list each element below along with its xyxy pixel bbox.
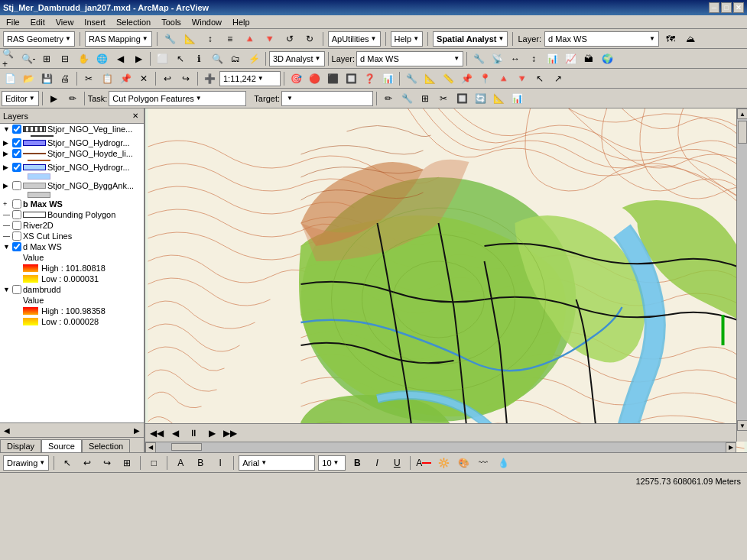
tool-button[interactable]: ⚡: [245, 50, 262, 67]
tool-button[interactable]: 🔄: [472, 90, 489, 107]
expand-icon[interactable]: ▶: [3, 139, 11, 147]
save-button[interactable]: 💾: [38, 70, 55, 87]
layer-checkbox[interactable]: [12, 231, 21, 241]
draw-group-button[interactable]: ⊞: [119, 455, 135, 471]
help-dropdown[interactable]: Help ▼: [391, 31, 424, 47]
tool-button[interactable]: 🔲: [453, 90, 470, 107]
ras-mapping-dropdown[interactable]: RAS Mapping ▼: [85, 31, 152, 47]
list-item[interactable]: ▶ Stjor_NGO_Hydrogr...: [0, 162, 144, 173]
layer-checkbox[interactable]: [12, 149, 21, 158]
expand-icon[interactable]: —: [3, 222, 11, 229]
tool-button[interactable]: ❓: [361, 70, 378, 87]
tool-button[interactable]: 🔲: [343, 70, 359, 87]
tool-button[interactable]: 🔍+: [2, 50, 18, 67]
list-item[interactable]: — River2D: [0, 220, 144, 231]
tool-button[interactable]: 🔧: [470, 50, 487, 67]
editor-tool-1[interactable]: ▶: [46, 90, 63, 107]
list-item[interactable]: + b Max WS: [0, 199, 144, 209]
minimize-button[interactable]: ─: [709, 2, 719, 13]
layer-dropdown-2[interactable]: d Max WS ▼: [356, 51, 463, 66]
paste-button[interactable]: 📌: [117, 70, 134, 87]
tool-button[interactable]: 📌: [458, 70, 475, 87]
menu-tools[interactable]: Tools: [157, 17, 186, 28]
layer-checkbox[interactable]: [12, 242, 21, 251]
tool-button[interactable]: 📍: [476, 70, 493, 87]
tool-button[interactable]: ⬜: [154, 50, 171, 67]
tool-button[interactable]: ✂: [435, 90, 452, 107]
highlight-button[interactable]: 🔆: [435, 455, 452, 471]
scroll-down-button[interactable]: ▼: [737, 420, 747, 431]
layer-checkbox[interactable]: [12, 125, 21, 134]
maximize-button[interactable]: □: [721, 2, 732, 13]
toc-close-button[interactable]: ✕: [130, 111, 141, 121]
scale-dropdown[interactable]: 1:11,242 ▼: [219, 71, 281, 86]
tab-source[interactable]: Source: [41, 439, 82, 452]
font-dropdown[interactable]: Arial ▼: [239, 455, 315, 471]
sketch-tool[interactable]: ✏: [380, 90, 397, 107]
tool-button[interactable]: ↕: [525, 50, 542, 67]
map-scrollbar-horizontal[interactable]: ◀ ▶: [145, 442, 736, 452]
tool-button[interactable]: 📊: [544, 50, 560, 67]
arrow-tool[interactable]: ↖: [59, 455, 76, 471]
list-item[interactable]: — XS Cut Lines: [0, 231, 144, 241]
expand-icon[interactable]: —: [3, 211, 11, 218]
menu-help[interactable]: Help: [228, 17, 255, 28]
tool-button[interactable]: 🔧: [162, 31, 179, 47]
list-item[interactable]: ▶ Stjor_NGO_Hoyde_li...: [0, 148, 144, 159]
new-button[interactable]: 📄: [2, 70, 18, 87]
map-nav-prev[interactable]: ◀: [167, 425, 184, 442]
tool-button[interactable]: ↗: [550, 70, 567, 87]
globe-button[interactable]: 🌐: [93, 50, 110, 67]
scroll-right-button[interactable]: ▶: [132, 425, 142, 435]
draw-tool-2[interactable]: ↪: [99, 455, 115, 471]
redo-button[interactable]: ↪: [177, 70, 194, 87]
back-button[interactable]: ◀: [112, 50, 128, 67]
scroll-right-button[interactable]: ▶: [726, 442, 736, 453]
tool-button[interactable]: 🔧: [403, 70, 420, 87]
toc-content[interactable]: ▼ Stjor_NGO_Veg_line... ▶ Stjor_NGO_Hydr…: [0, 124, 144, 422]
layer-checkbox[interactable]: [12, 163, 21, 172]
tool-button[interactable]: ↔: [507, 50, 524, 67]
scroll-left-button[interactable]: ◀: [2, 425, 12, 435]
tool-button[interactable]: ↻: [301, 31, 318, 47]
expand-icon[interactable]: ▼: [3, 125, 11, 133]
analyst-3d-dropdown[interactable]: 3D Analyst ▼: [269, 51, 325, 66]
tab-display[interactable]: Display: [0, 439, 41, 452]
underline-text-button[interactable]: U: [388, 455, 405, 471]
italic-button[interactable]: I: [212, 455, 229, 471]
editor-dropdown[interactable]: Editor ▼: [2, 91, 39, 106]
add-data-button[interactable]: ➕: [201, 70, 218, 87]
tool-button[interactable]: 🌍: [599, 50, 615, 67]
drawing-dropdown[interactable]: Drawing ▼: [3, 455, 49, 471]
expand-icon[interactable]: ▼: [3, 243, 11, 251]
list-item[interactable]: ▼ dambrudd: [0, 284, 144, 295]
tool-button[interactable]: ⊞: [38, 50, 55, 67]
forward-button[interactable]: ▶: [130, 50, 147, 67]
select-button[interactable]: ↖: [172, 50, 189, 67]
print-button[interactable]: 🖨: [57, 70, 73, 87]
list-item[interactable]: — Bounding Polygon: [0, 209, 144, 220]
map-scrollbar-vertical[interactable]: ▲ ▼: [736, 108, 747, 442]
tool-button[interactable]: ↺: [281, 31, 298, 47]
tool-button[interactable]: ⬛: [324, 70, 341, 87]
line-color-button[interactable]: 〰: [475, 455, 492, 471]
expand-icon[interactable]: ▶: [3, 182, 11, 189]
menu-edit[interactable]: Edit: [26, 17, 50, 28]
find-button[interactable]: 🔍: [209, 50, 226, 67]
menu-view[interactable]: View: [51, 17, 79, 28]
tool-button[interactable]: 📐: [421, 70, 438, 87]
layer-checkbox[interactable]: [12, 181, 21, 190]
tool-button[interactable]: 🔺: [242, 31, 258, 47]
layer-checkbox[interactable]: [12, 221, 21, 230]
expand-icon[interactable]: ▶: [3, 150, 11, 157]
scroll-up-button[interactable]: ▲: [737, 108, 747, 119]
tool-button[interactable]: 🎯: [287, 70, 304, 87]
tool-button[interactable]: ↖: [531, 70, 548, 87]
menu-file[interactable]: File: [2, 17, 24, 28]
tool-button[interactable]: 📊: [379, 70, 396, 87]
list-item[interactable]: ▶ Stjor_NGO_ByggAnk...: [0, 180, 144, 191]
tool-button[interactable]: 🏔: [580, 50, 597, 67]
scroll-thumb-h[interactable]: [171, 443, 202, 451]
editor-tool-2[interactable]: ✏: [64, 90, 81, 107]
close-button[interactable]: ✕: [733, 2, 744, 13]
